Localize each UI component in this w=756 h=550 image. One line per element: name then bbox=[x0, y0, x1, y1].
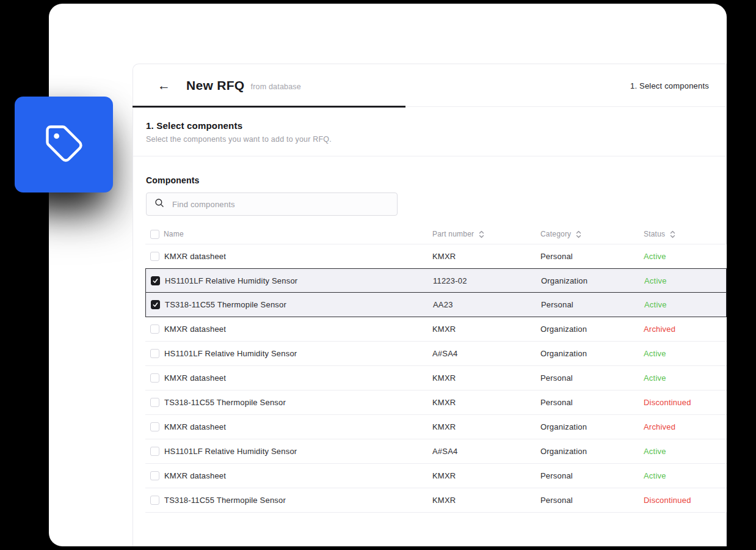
section-title: 1. Select components bbox=[146, 120, 726, 131]
tag-badge bbox=[15, 97, 113, 193]
table-row[interactable]: TS318-11C55 Thermopile Sensor KMXR Perso… bbox=[145, 488, 727, 513]
status-badge: Archived bbox=[644, 324, 727, 334]
component-name: TS318-11C55 Thermopile Sensor bbox=[165, 300, 286, 309]
part-number: KMXR bbox=[432, 422, 540, 431]
category: Personal bbox=[540, 398, 644, 407]
component-name: KMXR datasheet bbox=[164, 252, 226, 261]
row-name-cell: KMXR datasheet bbox=[145, 471, 432, 480]
part-number: KMXR bbox=[432, 496, 540, 505]
status-badge: Discontinued bbox=[644, 496, 727, 505]
category: Organization bbox=[540, 349, 644, 358]
category: Personal bbox=[541, 300, 644, 309]
page-subtitle: from database bbox=[250, 82, 301, 91]
category: Personal bbox=[540, 373, 644, 383]
table-row[interactable]: KMXR datasheet KMXR Personal Active bbox=[145, 366, 727, 391]
row-name-cell: KMXR datasheet bbox=[145, 373, 432, 383]
part-number: KMXR bbox=[432, 252, 540, 261]
part-number: A#SA4 bbox=[432, 447, 540, 456]
active-tab-indicator bbox=[133, 106, 405, 108]
status-badge: Active bbox=[644, 300, 726, 309]
components-table: Name Part number Category St bbox=[145, 224, 727, 513]
arrow-left-icon: ← bbox=[158, 78, 170, 92]
check-icon bbox=[153, 278, 158, 284]
status-badge: Active bbox=[644, 373, 727, 383]
select-all-checkbox[interactable] bbox=[150, 230, 159, 239]
status-badge: Active bbox=[644, 252, 727, 261]
search-box[interactable] bbox=[146, 193, 398, 216]
header-name: Name bbox=[145, 230, 432, 239]
row-checkbox[interactable] bbox=[151, 300, 160, 309]
row-name-cell: KMXR datasheet bbox=[145, 252, 432, 261]
row-name-cell: TS318-11C55 Thermopile Sensor bbox=[145, 496, 432, 505]
component-name: TS318-11C55 Thermopile Sensor bbox=[164, 398, 286, 407]
part-number: KMXR bbox=[432, 324, 540, 334]
part-number: KMXR bbox=[432, 398, 540, 407]
header-category[interactable]: Category bbox=[540, 230, 644, 238]
part-number: A#SA4 bbox=[432, 349, 540, 358]
row-checkbox[interactable] bbox=[150, 252, 159, 261]
check-icon bbox=[153, 302, 158, 307]
row-checkbox[interactable] bbox=[150, 398, 159, 407]
row-name-cell: KMXR datasheet bbox=[145, 422, 432, 431]
row-checkbox[interactable] bbox=[150, 373, 159, 383]
status-badge: Archived bbox=[644, 422, 727, 431]
back-button[interactable]: ← bbox=[158, 79, 170, 92]
category: Personal bbox=[540, 496, 644, 505]
category: Organization bbox=[541, 276, 644, 285]
part-number: AA23 bbox=[433, 300, 541, 309]
table-row[interactable]: TS318-11C55 Thermopile Sensor KMXR Perso… bbox=[145, 391, 727, 415]
sort-icon[interactable] bbox=[669, 230, 676, 238]
new-rfq-card: ← New RFQ from database 1. Select compon… bbox=[133, 64, 727, 546]
card-header: ← New RFQ from database 1. Select compon… bbox=[133, 64, 726, 107]
category: Personal bbox=[540, 252, 644, 261]
status-badge: Active bbox=[644, 471, 727, 480]
row-name-cell: KMXR datasheet bbox=[145, 324, 432, 334]
component-name: TS318-11C55 Thermopile Sensor bbox=[164, 496, 286, 505]
status-badge: Discontinued bbox=[644, 398, 727, 407]
status-badge: Active bbox=[644, 349, 727, 358]
row-checkbox[interactable] bbox=[150, 496, 159, 505]
sort-icon[interactable] bbox=[575, 230, 582, 238]
category: Organization bbox=[540, 447, 644, 456]
row-name-cell: HS1101LF Relative Humidity Sensor bbox=[146, 276, 433, 285]
table-row[interactable]: KMXR datasheet KMXR Organization Archive… bbox=[145, 415, 727, 439]
header-status[interactable]: Status bbox=[644, 230, 727, 238]
table-row[interactable]: TS318-11C55 Thermopile Sensor AA23 Perso… bbox=[145, 293, 727, 317]
table-row[interactable]: HS1101LF Relative Humidity Sensor 11223-… bbox=[145, 268, 727, 293]
row-name-cell: HS1101LF Relative Humidity Sensor bbox=[145, 349, 432, 358]
part-number: KMXR bbox=[432, 471, 540, 480]
section-description: Select the components you want to add to… bbox=[146, 135, 726, 144]
component-name: HS1101LF Relative Humidity Sensor bbox=[165, 276, 297, 285]
row-checkbox[interactable] bbox=[150, 349, 159, 358]
row-checkbox[interactable] bbox=[150, 422, 159, 431]
header-name-label: Name bbox=[164, 230, 184, 238]
table-row[interactable]: HS1101LF Relative Humidity Sensor A#SA4 … bbox=[145, 342, 727, 366]
row-checkbox[interactable] bbox=[150, 324, 159, 334]
row-checkbox[interactable] bbox=[151, 276, 160, 285]
search-input[interactable] bbox=[172, 200, 390, 209]
category: Organization bbox=[540, 324, 644, 334]
components-label: Components bbox=[146, 175, 726, 185]
component-name: KMXR datasheet bbox=[164, 471, 226, 480]
table-row[interactable]: HS1101LF Relative Humidity Sensor A#SA4 … bbox=[145, 439, 727, 464]
tag-icon bbox=[44, 123, 84, 166]
search-icon bbox=[154, 197, 165, 211]
table-header-row: Name Part number Category St bbox=[145, 224, 727, 244]
row-checkbox[interactable] bbox=[150, 447, 159, 456]
row-checkbox[interactable] bbox=[150, 471, 159, 480]
component-name: KMXR datasheet bbox=[164, 324, 226, 334]
row-name-cell: TS318-11C55 Thermopile Sensor bbox=[146, 300, 433, 309]
page-title: New RFQ bbox=[186, 78, 244, 93]
part-number: KMXR bbox=[432, 373, 540, 383]
category: Organization bbox=[540, 422, 644, 431]
table-row[interactable]: KMXR datasheet KMXR Organization Archive… bbox=[145, 317, 727, 342]
sort-icon[interactable] bbox=[478, 230, 485, 238]
status-badge: Active bbox=[644, 276, 726, 285]
row-name-cell: TS318-11C55 Thermopile Sensor bbox=[145, 398, 432, 407]
table-row[interactable]: KMXR datasheet KMXR Personal Active bbox=[145, 244, 727, 269]
component-name: HS1101LF Relative Humidity Sensor bbox=[164, 447, 297, 456]
part-number: 11223-02 bbox=[433, 276, 541, 285]
table-row[interactable]: KMXR datasheet KMXR Personal Active bbox=[145, 464, 727, 488]
step-indicator: 1. Select components bbox=[630, 81, 709, 90]
header-part-number[interactable]: Part number bbox=[432, 230, 540, 238]
